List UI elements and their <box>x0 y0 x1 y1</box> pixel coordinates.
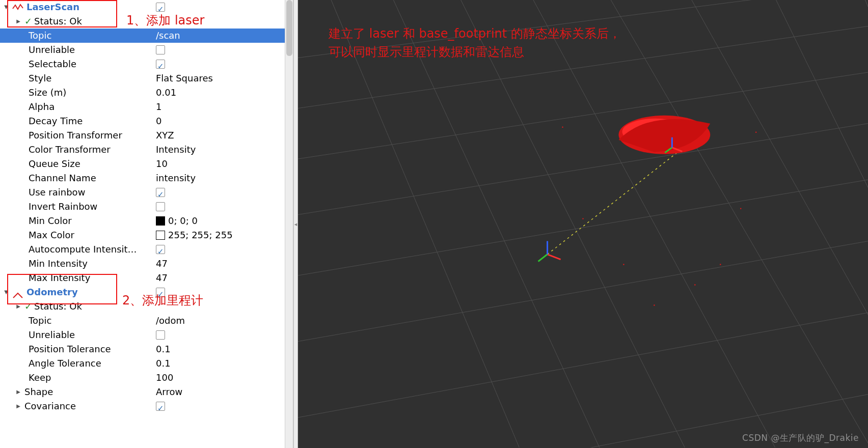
prop-maxcolor-row[interactable]: Max Color 255; 255; 255 <box>0 228 285 242</box>
prop-label: Position Tolerance <box>29 342 111 356</box>
prop-mincolor-row[interactable]: Min Color 0; 0; 0 <box>0 214 285 228</box>
prop-invrainbow-row[interactable]: Invert Rainbow <box>0 200 285 214</box>
odometry-enable-checkbox[interactable] <box>156 288 165 297</box>
prop-odom-topic-row[interactable]: Topic /odom <box>0 314 285 328</box>
svg-line-28 <box>538 255 548 262</box>
prop-label: Unreliable <box>29 328 75 342</box>
laserscan-status-row[interactable]: ✓ Status: Ok <box>0 14 285 29</box>
prop-decay-row[interactable]: Decay Time 0 <box>0 114 285 128</box>
expand-icon[interactable] <box>14 17 22 25</box>
color-swatch-black[interactable] <box>156 216 165 226</box>
tree-scroll-area[interactable]: LaserScan ✓ Status: Ok Topic /scan Unrel… <box>0 0 285 448</box>
odometry-status-row[interactable]: ✓ Status: Ok <box>0 299 285 314</box>
expand-icon[interactable] <box>14 388 22 396</box>
prop-value[interactable]: /scan <box>156 29 180 43</box>
prop-label: Covariance <box>24 399 76 413</box>
odometry-name: Odometry <box>26 285 78 299</box>
prop-angtol-row[interactable]: Angle Tolerance 0.1 <box>0 356 285 371</box>
prop-value[interactable]: 47 <box>156 257 168 271</box>
prop-value[interactable]: 0.1 <box>156 356 171 371</box>
svg-line-5 <box>298 234 868 346</box>
svg-point-18 <box>582 218 583 219</box>
expand-icon[interactable] <box>2 288 10 296</box>
unreliable-checkbox[interactable] <box>156 45 165 54</box>
prop-label: Channel Name <box>29 171 96 185</box>
prop-value[interactable]: Intensity <box>156 143 196 157</box>
svg-point-22 <box>720 264 721 265</box>
prop-value[interactable]: 0.1 <box>156 342 171 356</box>
prop-value[interactable]: 10 <box>156 157 168 171</box>
svg-line-27 <box>548 255 561 260</box>
rainbow-checkbox[interactable] <box>156 188 165 197</box>
prop-covariance-row[interactable]: Covariance <box>0 399 285 413</box>
prop-postrans-row[interactable]: Position Transformer XYZ <box>0 128 285 143</box>
prop-selectable-row[interactable]: Selectable <box>0 57 285 71</box>
prop-value[interactable]: 1 <box>156 100 161 114</box>
odom-unreliable-checkbox[interactable] <box>156 330 165 340</box>
3d-viewport[interactable]: 建立了 laser 和 base_footprint 的静态坐标关系后， 可以同… <box>298 0 868 448</box>
expand-icon[interactable] <box>2 3 10 11</box>
expand-icon[interactable] <box>14 402 22 410</box>
prop-label: Invert Rainbow <box>29 200 97 214</box>
chevron-left-icon: ◂ <box>294 221 297 228</box>
prop-value[interactable]: XYZ <box>156 128 174 143</box>
prop-autoint-row[interactable]: Autocompute Intensit… <box>0 242 285 257</box>
prop-label: Position Transformer <box>29 128 122 143</box>
status-label: Status: Ok <box>34 299 82 314</box>
prop-value[interactable]: intensity <box>156 171 196 185</box>
vertical-scrollbar[interactable] <box>285 0 293 448</box>
prop-channel-row[interactable]: Channel Name intensity <box>0 171 285 185</box>
svg-line-15 <box>853 0 868 447</box>
autoint-checkbox[interactable] <box>156 245 165 254</box>
prop-shape-row[interactable]: Shape Arrow <box>0 385 285 399</box>
checkmark-icon: ✓ <box>24 299 32 314</box>
prop-label: Queue Size <box>29 157 80 171</box>
color-swatch-white[interactable] <box>156 231 165 240</box>
laserscan-enable-checkbox[interactable] <box>156 3 165 12</box>
checkmark-icon: ✓ <box>24 14 32 29</box>
prop-value[interactable]: /odom <box>156 314 185 328</box>
svg-line-11 <box>517 0 792 447</box>
prop-postol-row[interactable]: Position Tolerance 0.1 <box>0 342 285 356</box>
prop-value[interactable]: Flat Squares <box>156 71 213 86</box>
prop-value[interactable]: 100 <box>156 371 173 385</box>
prop-minint-row[interactable]: Min Intensity 47 <box>0 257 285 271</box>
prop-queue-row[interactable]: Queue Size 10 <box>0 157 285 171</box>
scroll-thumb[interactable] <box>286 0 292 56</box>
prop-alpha-row[interactable]: Alpha 1 <box>0 100 285 114</box>
svg-point-23 <box>694 284 695 285</box>
laserscan-name: LaserScan <box>26 0 79 14</box>
invrainbow-checkbox[interactable] <box>156 202 165 211</box>
prop-coltrans-row[interactable]: Color Transformer Intensity <box>0 143 285 157</box>
expand-icon[interactable] <box>14 302 22 311</box>
selectable-checkbox[interactable] <box>156 60 165 69</box>
svg-line-14 <box>761 0 868 447</box>
prop-label: Min Intensity <box>29 257 88 271</box>
prop-value[interactable]: Arrow <box>156 385 182 399</box>
prop-label: Size (m) <box>29 86 66 100</box>
prop-keep-row[interactable]: Keep 100 <box>0 371 285 385</box>
prop-value[interactable]: 0.01 <box>156 86 176 100</box>
prop-topic-row[interactable]: Topic /scan <box>0 29 285 43</box>
prop-size-row[interactable]: Size (m) 0.01 <box>0 86 285 100</box>
splitter-handle[interactable]: ◂ <box>293 0 298 448</box>
prop-style-row[interactable]: Style Flat Squares <box>0 71 285 86</box>
prop-value[interactable]: 0 <box>156 114 161 128</box>
laserscan-icon <box>12 4 23 11</box>
prop-odom-unreliable-row[interactable]: Unreliable <box>0 328 285 342</box>
odometry-display-row[interactable]: Odometry <box>0 285 285 299</box>
prop-label: Topic <box>29 29 51 43</box>
prop-maxint-row[interactable]: Max Intensity 47 <box>0 271 285 285</box>
prop-label: Use rainbow <box>29 185 85 200</box>
prop-label: Style <box>29 71 51 86</box>
prop-value[interactable]: 47 <box>156 271 168 285</box>
prop-unreliable-row[interactable]: Unreliable <box>0 43 285 57</box>
prop-rainbow-row[interactable]: Use rainbow <box>0 185 285 200</box>
laserscan-display-row[interactable]: LaserScan <box>0 0 285 14</box>
covariance-checkbox[interactable] <box>156 402 165 411</box>
prop-label: Angle Tolerance <box>29 356 101 371</box>
svg-line-4 <box>298 173 868 280</box>
status-label: Status: Ok <box>34 14 82 29</box>
prop-label: Selectable <box>29 57 76 71</box>
svg-point-17 <box>562 127 563 128</box>
